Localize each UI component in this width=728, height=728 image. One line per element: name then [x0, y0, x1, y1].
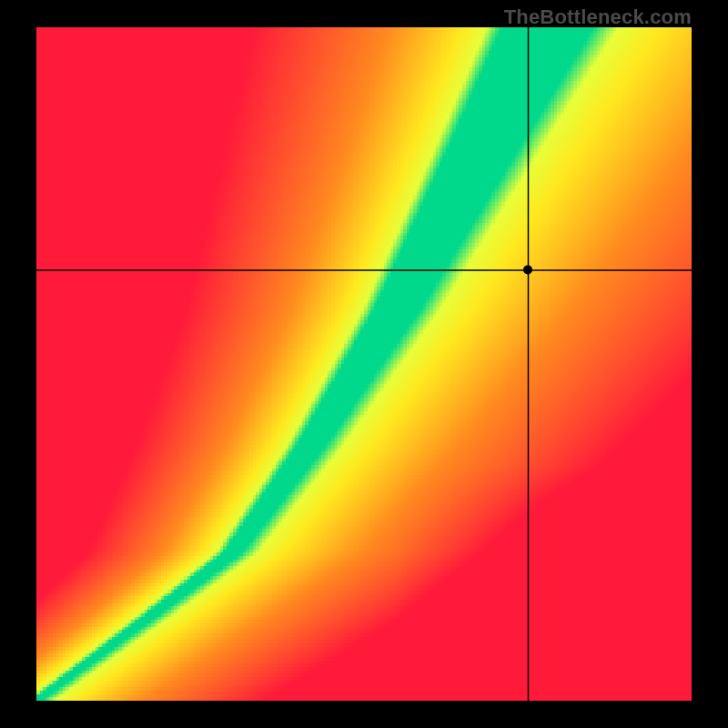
- watermark-text: TheBottleneck.com: [504, 5, 692, 29]
- chart-container: TheBottleneck.com: [0, 0, 728, 728]
- heatmap-plot: [36, 27, 692, 701]
- heatmap-canvas: [36, 27, 692, 701]
